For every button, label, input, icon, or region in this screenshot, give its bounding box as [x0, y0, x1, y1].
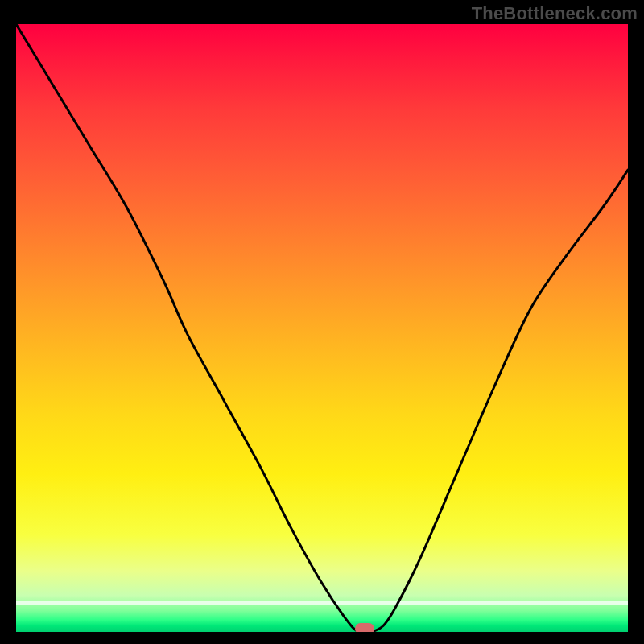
plot-area: [16, 24, 628, 632]
watermark-text: TheBottleneck.com: [472, 3, 638, 24]
bottleneck-curve: [16, 24, 628, 632]
minimum-marker: [355, 623, 374, 632]
chart-frame: TheBottleneck.com: [0, 0, 644, 644]
